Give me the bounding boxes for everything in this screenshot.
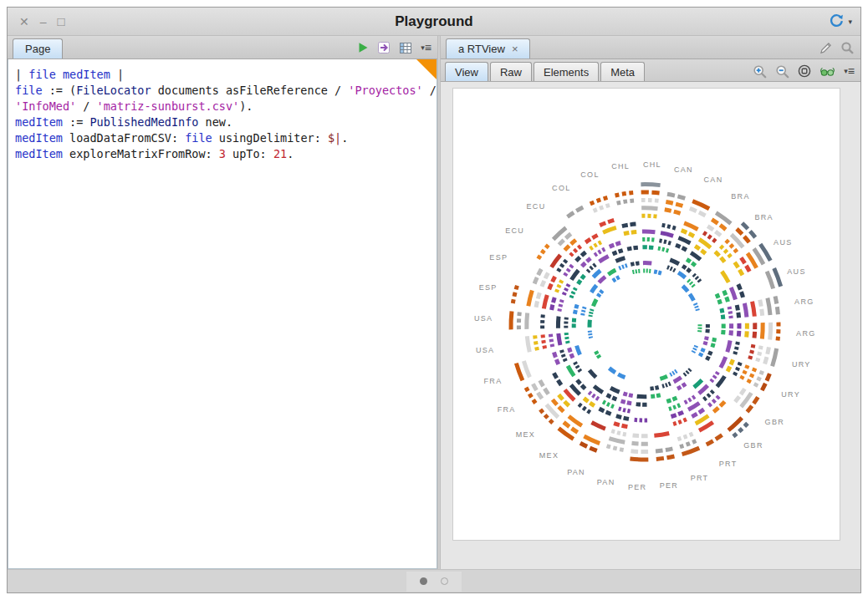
- chart-arc[interactable]: [578, 280, 580, 283]
- chart-arc[interactable]: [753, 397, 758, 404]
- chart-arc[interactable]: [713, 240, 716, 242]
- chart-arc[interactable]: [705, 342, 706, 345]
- chart-arc[interactable]: [689, 369, 691, 371]
- roassal-canvas[interactable]: CHLCHLCANCANBRABRAAUSAUSARGARGURYURYGBRG…: [452, 88, 840, 541]
- chart-arc[interactable]: [564, 422, 569, 426]
- chart-arc[interactable]: [759, 352, 760, 355]
- chart-arc[interactable]: [585, 239, 590, 242]
- chart-arc[interactable]: [576, 304, 577, 308]
- chart-arc[interactable]: [673, 423, 677, 424]
- chart-arc[interactable]: [747, 331, 748, 337]
- chart-arc[interactable]: [632, 443, 639, 444]
- chart-arc[interactable]: [590, 448, 596, 451]
- chart-arc[interactable]: [613, 252, 617, 254]
- chart-arc[interactable]: [576, 257, 580, 262]
- chart-arc[interactable]: [676, 245, 680, 247]
- chart-arc[interactable]: [682, 286, 687, 292]
- chart-arc[interactable]: [568, 341, 569, 343]
- chart-arc[interactable]: [576, 207, 583, 211]
- chart-arc[interactable]: [619, 409, 621, 409]
- chart-arc[interactable]: [544, 389, 548, 394]
- chart-arc[interactable]: [753, 344, 753, 348]
- chart-arc[interactable]: [549, 284, 552, 289]
- chart-arc[interactable]: [666, 449, 672, 450]
- chart-arc[interactable]: [544, 340, 544, 343]
- chart-arc[interactable]: [622, 194, 626, 195]
- chart-arc[interactable]: [592, 423, 605, 430]
- chart-arc[interactable]: [534, 399, 536, 403]
- chart-arc[interactable]: [670, 260, 679, 264]
- minimize-window-icon[interactable]: –: [40, 16, 47, 28]
- chart-arc[interactable]: [577, 346, 580, 355]
- tab-page[interactable]: Page: [13, 38, 63, 58]
- chart-arc[interactable]: [744, 303, 747, 318]
- chart-arc[interactable]: [773, 348, 777, 366]
- chart-arc[interactable]: [573, 292, 574, 294]
- chart-arc[interactable]: [623, 394, 627, 394]
- chart-arc[interactable]: [608, 270, 615, 274]
- chart-arc[interactable]: [609, 439, 625, 443]
- chart-arc[interactable]: [620, 450, 624, 450]
- chart-arc[interactable]: [582, 385, 585, 389]
- chart-arc[interactable]: [600, 409, 605, 411]
- chart-arc[interactable]: [694, 348, 695, 350]
- chart-arc[interactable]: [584, 436, 600, 444]
- chart-arc[interactable]: [588, 270, 590, 272]
- chart-arc[interactable]: [538, 292, 539, 298]
- chart-arc[interactable]: [706, 337, 707, 340]
- chart-arc[interactable]: [572, 429, 578, 433]
- chart-arc[interactable]: [568, 366, 574, 376]
- chart-arc[interactable]: [623, 409, 625, 410]
- chart-arc[interactable]: [712, 391, 713, 393]
- chart-arc[interactable]: [593, 271, 600, 277]
- page-dot-current[interactable]: [420, 577, 427, 585]
- chart-arc[interactable]: [765, 357, 767, 364]
- chart-arc[interactable]: [595, 351, 597, 353]
- chart-arc[interactable]: [554, 227, 566, 239]
- chart-arc[interactable]: [617, 433, 620, 434]
- maximize-window-icon[interactable]: □: [58, 16, 65, 28]
- chart-arc[interactable]: [574, 250, 577, 252]
- chart-arc[interactable]: [616, 277, 619, 278]
- chart-arc[interactable]: [747, 406, 752, 412]
- chart-arc[interactable]: [677, 438, 681, 439]
- chart-arc[interactable]: [591, 309, 592, 311]
- chart-arc[interactable]: [734, 373, 736, 375]
- chart-arc[interactable]: [559, 407, 564, 412]
- chart-arc[interactable]: [690, 434, 693, 435]
- view-menu-icon[interactable]: ▾≡: [844, 64, 854, 78]
- chart-arc[interactable]: [595, 245, 597, 247]
- chart-arc[interactable]: [677, 387, 681, 389]
- chart-arc[interactable]: [762, 384, 765, 390]
- code-line[interactable]: medItem exploreMatrixFromRow: 3 upTo: 21…: [15, 146, 430, 162]
- chart-svg[interactable]: CHLCHLCANCANBRABRAAUSAUSARGARGURYURYGBRG…: [453, 89, 840, 540]
- chart-arc[interactable]: [589, 392, 590, 394]
- zoom-in-icon[interactable]: [753, 64, 767, 79]
- chart-arc[interactable]: [677, 196, 685, 199]
- chart-arc[interactable]: [630, 459, 648, 460]
- chart-arc[interactable]: [682, 384, 686, 386]
- chart-arc[interactable]: [702, 348, 704, 352]
- chart-arc[interactable]: [717, 294, 718, 298]
- chart-arc[interactable]: [739, 429, 743, 432]
- chart-arc[interactable]: [610, 388, 620, 392]
- chart-arc[interactable]: [536, 301, 537, 307]
- chart-arc[interactable]: [738, 331, 739, 336]
- chart-arc[interactable]: [675, 371, 677, 372]
- chart-arc[interactable]: [613, 448, 616, 449]
- chart-arc[interactable]: [760, 346, 761, 349]
- chart-arc[interactable]: [631, 451, 638, 452]
- chart-arc[interactable]: [569, 348, 571, 352]
- chart-arc[interactable]: [603, 402, 605, 403]
- chart-arc[interactable]: [666, 456, 674, 458]
- chart-arc[interactable]: [534, 277, 537, 283]
- chart-arc[interactable]: [611, 406, 614, 407]
- chart-arc[interactable]: [590, 267, 592, 269]
- tab-rtview[interactable]: a RTView ×: [446, 38, 530, 58]
- chart-arc[interactable]: [655, 388, 658, 389]
- chart-arc[interactable]: [559, 333, 560, 345]
- chart-arc[interactable]: [540, 409, 543, 413]
- chart-arc[interactable]: [582, 263, 585, 267]
- chart-arc[interactable]: [544, 345, 545, 348]
- chart-arc[interactable]: [593, 395, 595, 397]
